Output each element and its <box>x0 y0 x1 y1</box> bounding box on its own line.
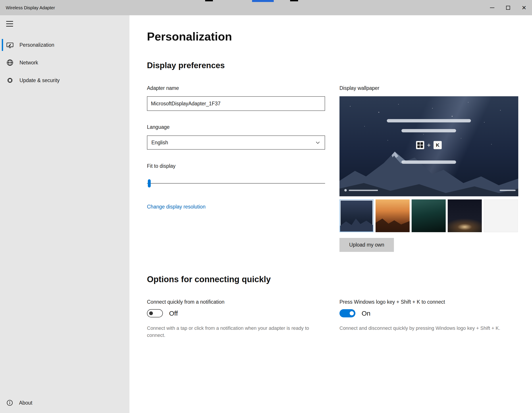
minimize-button[interactable] <box>484 0 500 15</box>
overlay-footer-line <box>349 190 378 191</box>
adapter-name-label: Adapter name <box>147 85 179 91</box>
overlay-bullet-dot <box>344 189 347 192</box>
overlay-text-bar <box>387 119 471 122</box>
notification-toggle-row: Off <box>147 309 178 317</box>
window-controls: ✕ <box>484 0 532 15</box>
sidebar-item-label: Network <box>19 60 38 66</box>
k-key-icon: K <box>434 141 442 149</box>
wallpaper-thumbnails <box>340 199 518 232</box>
fit-to-display-slider[interactable] <box>147 179 325 187</box>
sidebar-item-label: Personalization <box>19 42 54 48</box>
display-wallpaper-label: Display wallpaper <box>340 85 379 91</box>
language-label: Language <box>147 124 170 130</box>
about-label: About <box>19 400 32 406</box>
notification-toggle-state: Off <box>169 310 178 317</box>
fit-to-display-label: Fit to display <box>147 163 175 169</box>
hotkey-toggle[interactable] <box>340 309 355 317</box>
notification-description: Connect with a tap or click from a notif… <box>147 325 324 339</box>
titlebar: Wireless Display Adapter ✕ <box>0 0 532 15</box>
chip-icon <box>6 77 14 84</box>
window-title: Wireless Display Adapter <box>6 5 55 10</box>
shortcut-keys-graphic: + K <box>340 141 518 149</box>
screen-artifact-center <box>252 0 274 2</box>
change-resolution-link[interactable]: Change display resolution <box>147 204 206 210</box>
mountains-decoration <box>340 148 518 196</box>
language-dropdown[interactable]: English <box>147 135 325 150</box>
options-heading: Options for connecting quickly <box>147 275 271 284</box>
wallpaper-thumbnail-night[interactable] <box>448 199 482 232</box>
plus-glyph: + <box>427 142 431 148</box>
notification-toggle[interactable] <box>147 309 163 317</box>
sidebar-item-label: Update & security <box>19 77 60 83</box>
maximize-icon <box>506 6 510 10</box>
wallpaper-thumbnail-ocean[interactable] <box>412 199 446 232</box>
sidebar-item-update-security[interactable]: Update & security <box>0 73 129 88</box>
chevron-down-icon <box>315 140 321 145</box>
hotkey-description: Connect and disconnect quickly by pressi… <box>340 325 530 332</box>
sidebar: Personalization Network Update & securit… <box>0 15 129 413</box>
adapter-name-input[interactable] <box>147 96 325 111</box>
page-title: Personalization <box>147 30 232 43</box>
hotkey-toggle-row: On <box>340 309 370 317</box>
minimize-icon <box>490 8 494 8</box>
hamburger-menu-button[interactable] <box>6 21 13 27</box>
globe-icon <box>6 59 14 67</box>
slider-thumb[interactable] <box>148 179 151 187</box>
slider-track[interactable] <box>147 183 325 184</box>
wallpaper-thumbnail-sunset[interactable] <box>376 199 410 232</box>
wallpaper-thumbnail-mountain[interactable] <box>340 199 374 232</box>
info-icon <box>6 399 13 406</box>
toggle-knob <box>350 311 354 315</box>
wallpaper-preview: + K <box>340 96 518 196</box>
notification-connect-label: Connect quickly from a notification <box>147 299 224 305</box>
overlay-footer-line <box>500 190 516 191</box>
windows-key-icon <box>416 141 424 149</box>
wallpaper-thumbnail-blank[interactable] <box>484 199 518 232</box>
close-icon: ✕ <box>522 5 526 11</box>
sidebar-item-about[interactable]: About <box>6 399 32 406</box>
hotkey-toggle-state: On <box>361 310 370 317</box>
screen-artifact-right <box>290 0 298 1</box>
close-button[interactable]: ✕ <box>516 0 532 15</box>
sidebar-item-network[interactable]: Network <box>0 55 129 70</box>
maximize-button[interactable] <box>500 0 516 15</box>
upload-my-own-button[interactable]: Upload my own <box>340 238 394 252</box>
language-selected-value: English <box>151 140 168 146</box>
toggle-knob <box>149 311 153 315</box>
personalization-icon <box>6 41 14 49</box>
display-preferences-heading: Display preferences <box>147 61 225 70</box>
screen-artifact-left <box>205 0 213 1</box>
overlay-text-bar <box>401 129 456 132</box>
hotkey-connect-label: Press Windows logo key + Shift + K to co… <box>340 299 445 305</box>
main-content: Personalization Display preferences Adap… <box>129 15 532 413</box>
overlay-text-bar <box>401 161 456 164</box>
sidebar-item-personalization[interactable]: Personalization <box>0 38 129 52</box>
sidebar-nav: Personalization Network Update & securit… <box>0 38 129 91</box>
